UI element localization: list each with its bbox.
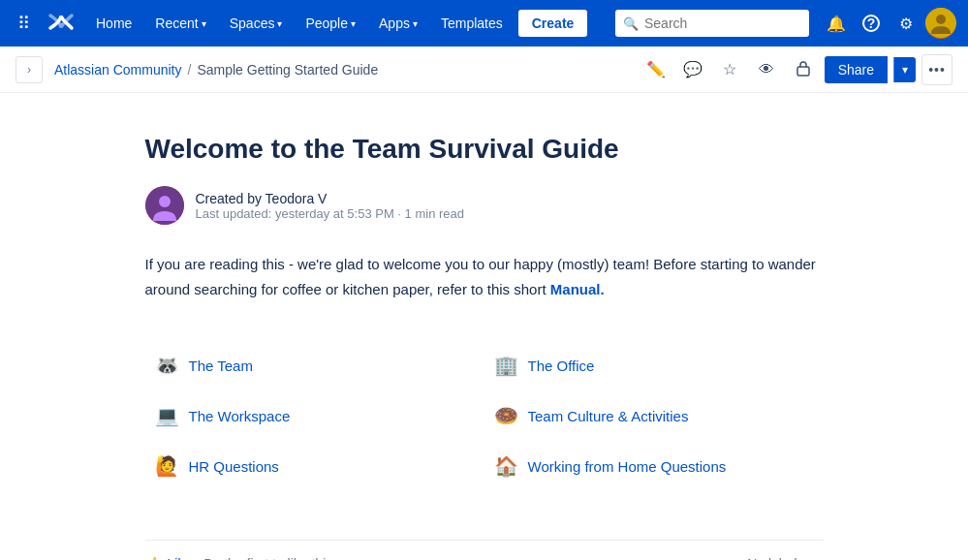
svg-point-4 — [159, 196, 171, 207]
link-grid: 🦝 The Team 🏢 The Office 💻 The Workspace … — [145, 340, 824, 491]
author-meta: Last updated: yesterday at 5:53 PM · 1 m… — [196, 206, 465, 221]
confluence-logo[interactable] — [40, 8, 82, 40]
help-icon: ? — [862, 15, 880, 32]
page-footer: 👍 Like Be the first to like this No labe… — [145, 540, 824, 560]
nav-home[interactable]: Home — [86, 10, 141, 37]
like-button[interactable]: 👍 Like — [145, 556, 193, 560]
hr-questions-link[interactable]: HR Questions — [189, 458, 279, 475]
top-navigation: ⠿ Home Recent ▾ Spaces ▾ People ▾ Apps ▾… — [0, 0, 968, 47]
svg-rect-2 — [797, 67, 809, 76]
notifications-button[interactable]: 🔔 — [821, 8, 852, 39]
create-button[interactable]: Create — [518, 10, 588, 37]
the-office-link[interactable]: The Office — [528, 358, 595, 374]
search-icon: 🔍 — [623, 16, 639, 31]
culture-icon: 🍩 — [494, 404, 518, 427]
list-item[interactable]: 🏠 Working from Home Questions — [484, 441, 824, 491]
search-wrapper: 🔍 — [615, 10, 809, 37]
user-avatar[interactable] — [925, 8, 956, 39]
list-item[interactable]: 💻 The Workspace — [145, 390, 484, 441]
the-workspace-link[interactable]: The Workspace — [189, 408, 291, 424]
page-content: Welcome to the Team Survival Guide Creat… — [68, 93, 901, 560]
nav-icon-group: 🔔 ? ⚙ — [821, 8, 956, 39]
breadcrumb-link-community[interactable]: Atlassian Community — [54, 62, 182, 78]
label-tag-icon[interactable]: 🏷 — [810, 556, 824, 560]
sidebar-toggle-button[interactable]: › — [16, 56, 43, 83]
comment-icon: 💬 — [683, 60, 703, 78]
hr-icon: 🙋 — [155, 454, 179, 478]
help-button[interactable]: ? — [856, 8, 887, 39]
manual-link[interactable]: Manual. — [550, 281, 605, 297]
chevron-down-icon: ▾ — [413, 18, 418, 29]
apps-grid-icon[interactable]: ⠿ — [12, 7, 36, 40]
watch-icon: 👁 — [759, 61, 774, 78]
chevron-down-icon: ▾ — [902, 63, 908, 77]
thumbs-up-icon: 👍 — [145, 556, 162, 560]
breadcrumb-current-page: Sample Getting Started Guide — [197, 62, 378, 78]
team-culture-link[interactable]: Team Culture & Activities — [528, 408, 689, 424]
author-section: Created by Teodora V Last updated: yeste… — [145, 186, 824, 225]
nav-people[interactable]: People ▾ — [296, 10, 365, 37]
body-text: If you are reading this - we're glad to … — [145, 256, 816, 297]
team-icon: 🦝 — [155, 354, 179, 377]
watch-button[interactable]: 👁 — [751, 54, 782, 85]
nav-recent[interactable]: Recent ▾ — [145, 10, 215, 37]
author-avatar — [145, 186, 184, 225]
chevron-right-icon: › — [27, 63, 31, 77]
more-options-button[interactable]: ••• — [921, 54, 952, 85]
svg-point-1 — [936, 15, 946, 24]
list-item[interactable]: 🦝 The Team — [145, 340, 484, 390]
author-name: Created by Teodora V — [196, 191, 465, 206]
breadcrumb-separator: / — [188, 62, 192, 78]
search-input[interactable] — [615, 10, 809, 37]
breadcrumb: Atlassian Community / Sample Getting Sta… — [54, 62, 378, 78]
nav-apps[interactable]: Apps ▾ — [369, 10, 427, 37]
bell-icon: 🔔 — [827, 15, 846, 33]
nav-templates[interactable]: Templates — [431, 10, 513, 37]
chevron-down-icon: ▾ — [277, 18, 282, 29]
page-title: Welcome to the Team Survival Guide — [145, 132, 824, 167]
chevron-down-icon: ▾ — [351, 18, 356, 29]
share-button[interactable]: Share — [825, 56, 888, 83]
like-label: Like — [168, 556, 193, 560]
like-description: Be the first to like this — [203, 556, 332, 560]
share-dropdown-button[interactable]: ▾ — [893, 57, 916, 82]
list-item[interactable]: 🍩 Team Culture & Activities — [484, 390, 824, 441]
list-item[interactable]: 🙋 HR Questions — [145, 441, 484, 491]
the-team-link[interactable]: The Team — [189, 358, 253, 374]
more-icon: ••• — [928, 62, 946, 78]
restrict-icon — [795, 59, 812, 79]
settings-button[interactable]: ⚙ — [890, 8, 921, 39]
list-item[interactable]: 🏢 The Office — [484, 340, 824, 390]
author-info: Created by Teodora V Last updated: yeste… — [196, 191, 465, 221]
nav-spaces[interactable]: Spaces ▾ — [220, 10, 293, 37]
star-button[interactable]: ☆ — [714, 54, 745, 85]
restrict-button[interactable] — [788, 54, 819, 85]
no-labels-text: No labels — [747, 556, 803, 560]
page-body: If you are reading this - we're glad to … — [145, 252, 824, 301]
comment-button[interactable]: 💬 — [677, 54, 708, 85]
labels-section: No labels 🏷 — [747, 556, 823, 560]
edit-button[interactable]: ✏️ — [640, 54, 671, 85]
breadcrumb-bar: › Atlassian Community / Sample Getting S… — [0, 47, 968, 93]
wfh-icon: 🏠 — [494, 454, 518, 478]
wfh-questions-link[interactable]: Working from Home Questions — [528, 458, 727, 475]
edit-icon: ✏️ — [646, 60, 666, 78]
avatar-image — [925, 8, 956, 39]
star-icon: ☆ — [723, 60, 736, 78]
gear-icon: ⚙ — [899, 15, 913, 33]
page-actions: ✏️ 💬 ☆ 👁 Share ▾ ••• — [640, 54, 952, 85]
office-icon: 🏢 — [494, 354, 518, 377]
chevron-down-icon: ▾ — [202, 18, 206, 29]
workspace-icon: 💻 — [155, 404, 179, 427]
